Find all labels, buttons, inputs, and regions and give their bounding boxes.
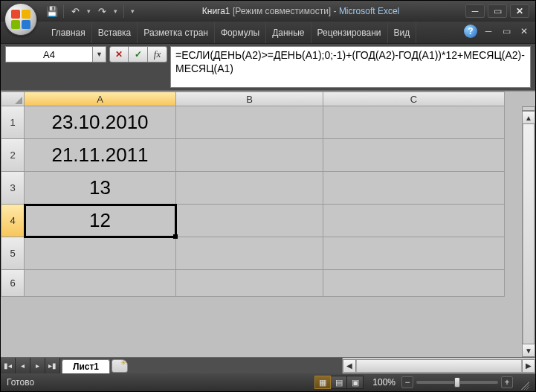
view-page-layout-button[interactable]: ▤	[331, 376, 347, 389]
cell-A2[interactable]: 21.11.2011	[25, 139, 176, 172]
cell-A1[interactable]: 23.10.2010	[25, 106, 176, 139]
cell-A4[interactable]: 12	[25, 205, 176, 237]
zoom-thumb[interactable]	[454, 377, 460, 388]
column-header-A[interactable]: A	[25, 91, 176, 106]
scroll-down-button[interactable]: ▼	[522, 344, 535, 357]
row-header-5[interactable]: 5	[1, 237, 25, 270]
sheet-tab-1[interactable]: Лист1	[62, 359, 110, 373]
hscroll-thumb[interactable]	[356, 360, 522, 372]
cell-A3[interactable]: 13	[25, 172, 176, 205]
tab-home[interactable]: Главная	[45, 22, 92, 43]
zoom-slider[interactable]	[416, 381, 498, 384]
sheet-nav-next[interactable]: ▸	[30, 358, 45, 373]
new-sheet-button[interactable]	[112, 359, 128, 373]
view-normal-button[interactable]: ▦	[314, 376, 331, 389]
ribbon: Главная Вставка Разметка стран Формулы Д…	[1, 22, 535, 44]
tab-insert[interactable]: Вставка	[92, 22, 138, 43]
scroll-left-button[interactable]: ◀	[343, 359, 356, 373]
maximize-button[interactable]: ▭	[488, 4, 507, 18]
tab-split-handle[interactable]	[128, 358, 342, 373]
tab-formulas[interactable]: Формулы	[215, 22, 266, 43]
tab-view[interactable]: Вид	[388, 22, 417, 43]
save-icon: 💾	[46, 6, 58, 17]
formula-bar-row: A4 ▼ ✕ ✓ fx =ЕСЛИ(ДЕНЬ(A2)>=ДЕНЬ(A1);0;-…	[1, 44, 535, 91]
tab-review[interactable]: Рецензировани	[311, 22, 388, 43]
formula-confirm-button[interactable]: ✓	[129, 46, 148, 62]
qat-redo-button[interactable]: ↷	[95, 4, 109, 18]
workbook-restore-button[interactable]: ▭	[500, 25, 513, 37]
window-title: Книга1 [Режим совместимости] - Microsoft…	[136, 6, 465, 16]
column-headers: A B C	[1, 91, 535, 106]
cell-B4[interactable]	[176, 205, 323, 237]
help-button[interactable]: ?	[464, 25, 477, 38]
qat-customize-caret[interactable]: ▾	[129, 7, 136, 15]
worksheet-area: A B C 1 23.10.2010 2 21.11.2011	[1, 91, 535, 373]
grid-rows: 1 23.10.2010 2 21.11.2011 3 13	[1, 106, 535, 297]
column-header-C[interactable]: C	[323, 91, 505, 106]
select-all-corner[interactable]	[1, 91, 25, 106]
cell-B2[interactable]	[176, 139, 323, 172]
zoom-in-button[interactable]: +	[501, 376, 513, 388]
cell-A5[interactable]	[25, 237, 176, 270]
formula-input[interactable]: =ЕСЛИ(ДЕНЬ(A2)>=ДЕНЬ(A1);0;-1)+(ГОД(A2)-…	[170, 46, 531, 88]
zoom-label[interactable]: 100%	[369, 377, 398, 388]
fill-handle[interactable]	[173, 234, 178, 239]
window-controls: ─ ▭ ✕	[465, 4, 535, 18]
cell-C1[interactable]	[323, 106, 505, 139]
qat-save-button[interactable]: 💾	[45, 4, 59, 18]
cell-B5[interactable]	[176, 237, 323, 270]
formula-cancel-button[interactable]: ✕	[109, 46, 129, 62]
row-header-2[interactable]: 2	[1, 139, 25, 172]
horizontal-scrollbar[interactable]: ◀ ▶	[342, 358, 535, 373]
app-name: Microsoft Excel	[339, 6, 399, 16]
sheet-nav-first[interactable]: ▮◂	[1, 358, 16, 373]
resize-grip[interactable]	[519, 379, 529, 390]
cell-B1[interactable]	[176, 106, 323, 139]
view-buttons: ▦ ▤ ▣	[314, 376, 364, 389]
row-header-1[interactable]: 1	[1, 106, 25, 139]
qat-undo-button[interactable]: ↶	[68, 4, 82, 18]
cell-C4[interactable]	[323, 205, 505, 237]
cell-C3[interactable]	[323, 172, 505, 205]
view-page-break-button[interactable]: ▣	[347, 376, 364, 389]
sheet-nav-prev[interactable]: ◂	[16, 358, 30, 373]
name-box[interactable]: A4	[5, 46, 93, 62]
close-button[interactable]: ✕	[510, 4, 529, 18]
qat-redo-caret[interactable]: ▾	[112, 7, 119, 15]
grid-icon: ▦	[319, 378, 326, 388]
sheet-tab-row: ▮◂ ◂ ▸ ▸▮ Лист1 ◀ ▶	[1, 357, 535, 373]
cell-B3[interactable]	[176, 172, 323, 205]
hscroll-track[interactable]	[356, 359, 522, 373]
zoom-controls: 100% − +	[369, 376, 513, 388]
cell-A4-value: 12	[89, 209, 111, 232]
insert-function-button[interactable]: fx	[148, 46, 167, 62]
vertical-scrollbar[interactable]: ▲ ▼	[522, 106, 535, 357]
workbook-close-button[interactable]: ✕	[517, 25, 531, 37]
title-bar: 💾 ↶ ▾ ↷ ▾ ▾ Книга1 [Режим совместимости]…	[1, 1, 535, 22]
row-header-4[interactable]: 4	[1, 205, 25, 237]
column-header-B[interactable]: B	[176, 91, 323, 106]
scroll-up-button[interactable]: ▲	[522, 111, 535, 124]
cell-B6[interactable]	[176, 270, 323, 297]
page-break-icon: ▣	[352, 378, 359, 388]
name-box-dropdown[interactable]: ▼	[93, 46, 106, 62]
cell-C6[interactable]	[323, 270, 505, 297]
cell-A6[interactable]	[25, 270, 176, 297]
cell-C5[interactable]	[323, 237, 505, 270]
sheet-tabs: Лист1	[60, 358, 128, 373]
ribbon-minimize-button[interactable]: ─	[482, 25, 495, 37]
cell-C2[interactable]	[323, 139, 505, 172]
office-button[interactable]	[4, 3, 37, 36]
zoom-out-button[interactable]: −	[401, 376, 413, 388]
vscroll-track[interactable]	[522, 124, 535, 344]
minimize-button[interactable]: ─	[465, 4, 485, 18]
qat-separator-2	[123, 4, 124, 18]
scroll-right-button[interactable]: ▶	[522, 359, 535, 373]
sheet-nav-last[interactable]: ▸▮	[45, 358, 60, 373]
vscroll-thumb[interactable]	[523, 124, 535, 344]
tab-data[interactable]: Данные	[266, 22, 311, 43]
row-header-3[interactable]: 3	[1, 172, 25, 205]
tab-page-layout[interactable]: Разметка стран	[138, 22, 215, 43]
qat-undo-caret[interactable]: ▾	[85, 7, 92, 15]
row-header-6[interactable]: 6	[1, 270, 25, 297]
